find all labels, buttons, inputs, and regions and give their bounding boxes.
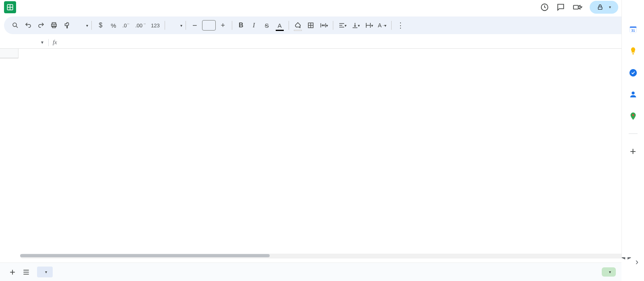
bold-button[interactable]: B [235, 19, 247, 32]
calendar-icon[interactable]: 31 [629, 25, 638, 34]
svg-point-25 [632, 114, 634, 116]
font-size-decrease[interactable]: − [189, 19, 200, 32]
chevron-down-icon: ▾ [580, 5, 582, 9]
undo-button[interactable] [23, 19, 34, 32]
decrease-decimal-button[interactable]: .0← [121, 19, 132, 32]
chevron-down-icon: ▾ [384, 23, 386, 28]
chevron-down-icon[interactable]: ▼ [40, 40, 44, 45]
more-options-button[interactable]: ⋮ [395, 19, 406, 32]
svg-rect-22 [632, 53, 634, 55]
get-addons-icon[interactable]: + [629, 147, 638, 156]
status-chip[interactable]: ▾ [602, 267, 616, 277]
svg-rect-5 [598, 7, 602, 9]
chevron-down-icon: ▾ [609, 270, 611, 274]
chevron-down-icon: ▾ [358, 23, 360, 28]
chevron-down-icon: ▾ [326, 23, 328, 28]
increase-decimal-button[interactable]: .00→ [134, 19, 148, 32]
sheet-tab[interactable]: ▾ [37, 267, 53, 277]
vertical-align-button[interactable]: ▾ [350, 19, 361, 32]
select-all-corner[interactable] [0, 49, 19, 58]
formula-bar: ▼ fx [0, 37, 644, 49]
all-sheets-button[interactable] [19, 265, 33, 279]
side-panel: 31 + [621, 0, 644, 257]
strikethrough-button[interactable]: S [261, 19, 272, 32]
svg-text:31: 31 [631, 29, 635, 33]
meet-icon[interactable]: ▾ [572, 3, 582, 12]
paint-format-button[interactable] [61, 19, 72, 32]
font-select[interactable] [168, 19, 180, 32]
italic-button[interactable]: I [248, 19, 260, 32]
history-icon[interactable] [540, 3, 549, 12]
merge-cells-button[interactable]: ▾ [318, 19, 330, 32]
currency-button[interactable]: $ [95, 19, 106, 32]
text-wrap-button[interactable]: ▾ [363, 19, 375, 32]
horizontal-align-button[interactable]: ▾ [336, 19, 348, 32]
horizontal-scrollbar[interactable] [20, 254, 628, 258]
font-size-input[interactable] [202, 20, 216, 31]
chevron-down-icon: ▾ [345, 23, 347, 28]
chevron-down-icon[interactable]: ▾ [45, 270, 47, 274]
svg-point-6 [13, 23, 17, 27]
contacts-icon[interactable] [629, 90, 638, 99]
sheet-bar: + ▾ ▾ [0, 263, 621, 281]
chevron-down-icon: ▾ [371, 23, 373, 28]
svg-point-24 [632, 92, 634, 94]
maps-icon[interactable] [629, 112, 638, 121]
sheets-logo-icon[interactable] [4, 1, 16, 13]
svg-point-23 [629, 69, 636, 76]
hide-sidepanel-icon[interactable]: › [636, 257, 638, 267]
tasks-icon[interactable] [629, 68, 638, 77]
percent-button[interactable]: % [108, 19, 119, 32]
chevron-down-icon[interactable]: ▾ [86, 23, 88, 28]
toolbar: ▾ $ % .0← .00→ 123 ▾ − + B I S A ▾ ▾ ▾ ▾… [4, 16, 640, 34]
chevron-down-icon: ▾ [609, 5, 611, 9]
add-sheet-button[interactable]: + [6, 265, 19, 279]
keep-icon[interactable] [629, 47, 638, 55]
svg-rect-4 [574, 5, 578, 9]
text-color-button[interactable]: A [274, 19, 285, 32]
text-rotation-button[interactable]: A→▾ [376, 19, 388, 32]
redo-button[interactable] [35, 19, 47, 32]
font-size-increase[interactable]: + [217, 19, 229, 32]
spreadsheet-grid[interactable] [0, 49, 19, 250]
comment-icon[interactable] [556, 3, 565, 12]
share-button[interactable]: ▾ [590, 1, 618, 14]
chevron-down-icon[interactable]: ▾ [180, 23, 182, 28]
fill-color-button[interactable] [292, 19, 303, 32]
menu-bar: ▾ ▾ [0, 0, 644, 14]
zoom-select[interactable] [74, 19, 85, 32]
borders-button[interactable] [305, 19, 316, 32]
search-icon[interactable] [10, 19, 21, 32]
more-formats-button[interactable]: 123 [149, 19, 161, 32]
print-button[interactable] [48, 19, 60, 32]
fx-icon: fx [53, 39, 57, 46]
